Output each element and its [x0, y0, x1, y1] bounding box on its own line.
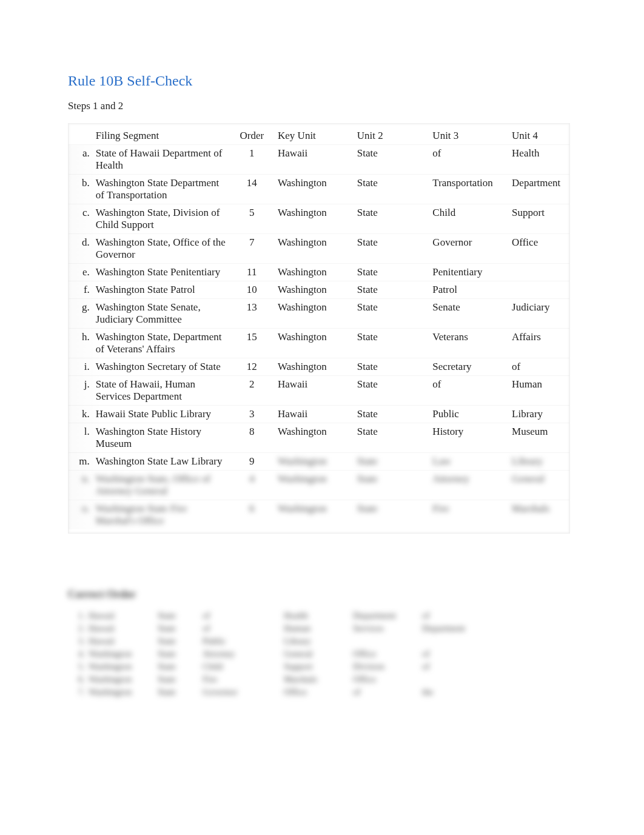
list-item: 5.WashingtonStateChildSupportDivisionof — [68, 660, 491, 673]
cell: State — [158, 622, 203, 635]
cell-idx: h. — [69, 329, 92, 358]
cell-unit3: Law — [429, 453, 508, 471]
cell-unit3: Governor — [429, 234, 508, 264]
cell-filing_segment: Washington State, Office of Attorney Gen… — [92, 471, 230, 500]
cell: Attorney — [203, 648, 284, 660]
cell: Department — [353, 609, 422, 622]
cell-key_unit: Washington — [274, 358, 354, 376]
cell-key_unit: Washington — [274, 234, 354, 264]
list-item: 1.HawaiiStateofHealthDepartmentof — [68, 609, 491, 622]
table-row: j.State of Hawaii, Human Services Depart… — [69, 376, 570, 406]
cell-filing_segment: Washington State Law Library — [92, 453, 230, 471]
cell-idx: e. — [69, 264, 92, 281]
cell: State — [158, 686, 203, 699]
cell-key_unit: Hawaii — [274, 145, 354, 175]
cell: 5. — [68, 660, 89, 673]
cell-key_unit: Washington — [274, 299, 354, 329]
cell-order: 2 — [230, 376, 275, 406]
cell: Fire — [203, 673, 284, 686]
list-item: 4.WashingtonStateAttorneyGeneralOfficeof — [68, 648, 491, 660]
cell-unit4: Library — [508, 453, 570, 471]
list-item: 6.WashingtonStateFireMarshalsOffice — [68, 673, 491, 686]
cell-order: 10 — [230, 281, 275, 299]
table-row: b.Washington State Department of Transpo… — [69, 175, 570, 204]
col-order: Order — [230, 127, 275, 145]
cell-unit3: Transportation — [429, 175, 508, 204]
cell-unit4: Affairs — [508, 329, 570, 358]
cell-unit3: Child — [429, 204, 508, 234]
cell-unit4: Office — [508, 234, 570, 264]
cell-unit2: State — [354, 264, 429, 281]
cell-unit2: State — [354, 329, 429, 358]
cell-unit4: of — [508, 358, 570, 376]
table-row: n.Washington State, Office of Attorney G… — [69, 471, 570, 500]
cell-unit3: Veterans — [429, 329, 508, 358]
cell-order: 3 — [230, 406, 275, 423]
cell-unit3: Patrol — [429, 281, 508, 299]
cell-order: 5 — [230, 204, 275, 234]
cell: Hawaii — [89, 622, 158, 635]
cell-idx: o. — [69, 500, 92, 530]
cell-filing_segment: Washington State Fire Marshal's Office — [92, 500, 230, 530]
cell: of — [203, 609, 284, 622]
cell-idx: f. — [69, 281, 92, 299]
cell — [422, 673, 491, 686]
cell-filing_segment: Washington State Patrol — [92, 281, 230, 299]
table-row: f.Washington State Patrol10WashingtonSta… — [69, 281, 570, 299]
list-item: 2.HawaiiStateofHumanServicesDepartment — [68, 622, 491, 635]
cell: 4. — [68, 648, 89, 660]
main-table-container: Filing Segment Order Key Unit Unit 2 Uni… — [68, 123, 570, 534]
cell-unit2: State — [354, 453, 429, 471]
cell: State — [158, 673, 203, 686]
cell-unit4: Judiciary — [508, 299, 570, 329]
cell-key_unit: Hawaii — [274, 376, 354, 406]
cell-unit3: History — [429, 423, 508, 453]
table-row: c.Washington State, Division of Child Su… — [69, 204, 570, 234]
cell-unit4: Library — [508, 406, 570, 423]
cell: Health — [284, 609, 353, 622]
cell: State — [158, 609, 203, 622]
table-row: i.Washington Secretary of State12Washing… — [69, 358, 570, 376]
table-row: d.Washington State, Office of the Govern… — [69, 234, 570, 264]
cell-unit3: Public — [429, 406, 508, 423]
cell-idx: l. — [69, 423, 92, 453]
cell-key_unit: Washington — [274, 423, 354, 453]
col-unit3: Unit 3 — [429, 127, 508, 145]
cell-filing_segment: Washington State Senate, Judiciary Commi… — [92, 299, 230, 329]
cell — [422, 635, 491, 648]
correct-order-heading: Correct Order — [68, 588, 136, 601]
cell: Office — [284, 686, 353, 699]
cell-unit2: State — [354, 145, 429, 175]
cell: Marshals — [284, 673, 353, 686]
cell: Office — [353, 673, 422, 686]
cell-filing_segment: Hawaii State Public Library — [92, 406, 230, 423]
cell-filing_segment: Washington State, Office of the Governor — [92, 234, 230, 264]
cell-key_unit: Washington — [274, 453, 354, 471]
cell: Public — [203, 635, 284, 648]
cell-unit4: Marshals — [508, 500, 570, 530]
cell-idx: d. — [69, 234, 92, 264]
cell-unit4 — [508, 281, 570, 299]
cell: Division — [353, 660, 422, 673]
cell: Hawaii — [89, 609, 158, 622]
table-row: l.Washington State History Museum8Washin… — [69, 423, 570, 453]
col-unit4: Unit 4 — [508, 127, 570, 145]
cell: Washington — [89, 673, 158, 686]
correct-order-section: Correct Order 1.HawaiiStateofHealthDepar… — [68, 588, 632, 699]
cell-idx: n. — [69, 471, 92, 500]
cell-filing_segment: Washington State, Division of Child Supp… — [92, 204, 230, 234]
cell: Support — [284, 660, 353, 673]
cell: Services — [353, 622, 422, 635]
cell: State — [158, 648, 203, 660]
cell-idx: i. — [69, 358, 92, 376]
cell-unit3: Attorney — [429, 471, 508, 500]
cell-filing_segment: Washington State Penitentiary — [92, 264, 230, 281]
cell-order: 14 — [230, 175, 275, 204]
cell-key_unit: Washington — [274, 175, 354, 204]
col-key-unit: Key Unit — [274, 127, 354, 145]
cell-order: 11 — [230, 264, 275, 281]
cell: State — [158, 660, 203, 673]
cell-filing_segment: State of Hawaii Department of Health — [92, 145, 230, 175]
cell-unit3: of — [429, 145, 508, 175]
cell-order: 1 — [230, 145, 275, 175]
